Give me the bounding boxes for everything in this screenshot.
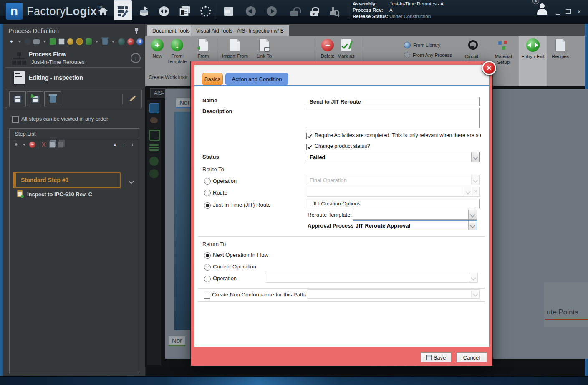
redo-forward-icon[interactable] [265, 5, 278, 18]
home-icon[interactable] [97, 5, 109, 18]
move-all-tool-icon[interactable] [149, 157, 159, 166]
dropdown-button[interactable] [471, 290, 479, 298]
pin-icon[interactable] [134, 28, 139, 34]
dropdown-button[interactable] [471, 152, 479, 162]
tab-visual-aid-tools[interactable]: Visual Aid Tools - AIS- Inspection w/ B [191, 25, 289, 36]
window-maximize-button[interactable] [564, 9, 573, 15]
delete-dropdown-caret[interactable] [111, 41, 115, 43]
route-to-route-radio[interactable] [204, 190, 211, 196]
return-next-operation-radio[interactable] [204, 252, 211, 259]
unlock-icon[interactable] [288, 5, 300, 18]
add-step-caret[interactable] [23, 144, 26, 146]
print-icon[interactable] [33, 39, 40, 44]
add-icon[interactable]: + [8, 38, 15, 45]
dialog-close-button[interactable]: × [482, 61, 496, 75]
return-current-operation-radio[interactable] [204, 264, 211, 271]
paste-icon[interactable] [58, 141, 63, 148]
feeder-setup-icon[interactable] [138, 5, 150, 18]
find-binoculars-icon[interactable] [25, 38, 31, 45]
move-down-icon[interactable]: ↓ [129, 141, 136, 147]
add-dropdown-caret[interactable] [18, 41, 21, 43]
process-designer-icon[interactable] [116, 5, 129, 18]
require-activities-checkbox[interactable] [306, 132, 313, 139]
package-icon[interactable] [86, 38, 92, 45]
print-dropdown-caret[interactable] [43, 41, 46, 43]
save-step-button[interactable] [9, 91, 26, 106]
return-operation-dropdown[interactable] [265, 273, 478, 283]
approval-process-dropdown[interactable]: JIT Reroute Approval [353, 220, 477, 230]
shuffle-process-icon[interactable] [50, 38, 56, 45]
from-any-process-button[interactable]: From Any Process [404, 52, 452, 58]
dropdown-button[interactable] [464, 187, 472, 196]
visual-aid-image[interactable] [174, 112, 194, 330]
any-order-checkbox[interactable] [12, 115, 19, 123]
collapse-down-icon[interactable]: ↓ [131, 53, 141, 63]
material-setup-button[interactable]: Material Setup [490, 38, 517, 65]
sync-icon[interactable] [158, 5, 170, 18]
route-to-jit-radio[interactable] [204, 202, 211, 209]
undo-back-icon[interactable] [245, 5, 257, 18]
copy-icon[interactable] [49, 141, 55, 148]
tab-basics[interactable]: Basics [202, 73, 223, 85]
package-dropdown-caret[interactable] [95, 41, 98, 43]
clear-icon[interactable]: × [472, 187, 479, 196]
step-item-standard-step-1[interactable]: Standard Step #1 [13, 172, 121, 188]
route-route-dropdown[interactable]: × [307, 187, 480, 197]
move-up-icon[interactable]: ↑ [121, 141, 127, 147]
cancel-button[interactable]: Cancel [456, 352, 487, 362]
reroute-template-dropdown[interactable] [353, 210, 477, 220]
viewer-tab-top[interactable]: Nor [176, 98, 193, 108]
window-minimize-button[interactable] [554, 10, 562, 16]
tab-document-tools[interactable]: Document Tools [147, 25, 195, 36]
description-input[interactable] [307, 108, 480, 128]
dropdown-button[interactable] [469, 273, 477, 282]
save-icon[interactable] [222, 5, 235, 18]
remove-step-icon[interactable]: − [29, 142, 35, 148]
tab-action-and-condition[interactable]: Action and Condition [225, 73, 288, 85]
pause-icon[interactable]: ‖ [136, 38, 143, 45]
from-library-button[interactable]: From Library [404, 42, 440, 48]
select-move-tool-icon[interactable] [149, 103, 159, 113]
discard-button[interactable] [44, 91, 61, 106]
nc-pathway-dropdown[interactable] [308, 289, 480, 299]
create-nc-checkbox[interactable] [204, 291, 210, 299]
route-operation-dropdown[interactable]: Final Operation [307, 175, 480, 185]
recipes-button[interactable]: Recipes [547, 38, 574, 59]
gold-gear-icon[interactable] [76, 38, 83, 45]
dropdown-button[interactable] [471, 175, 479, 185]
import-from-button[interactable]: Import From [220, 38, 250, 59]
viewer-tab-bottom[interactable]: Nor [169, 336, 185, 346]
settings-gear-icon[interactable] [199, 5, 212, 18]
zoom-step-icon[interactable]: ⌀ [112, 141, 118, 147]
edit-pencil-button[interactable] [125, 91, 141, 106]
grid-tool-icon[interactable] [149, 130, 160, 141]
inspect-tool-icon[interactable] [328, 5, 341, 18]
delete-process-icon[interactable] [102, 38, 108, 44]
save-as-button[interactable] [27, 91, 43, 106]
dropdown-button[interactable] [468, 210, 477, 219]
eraser-tool-icon[interactable] [150, 117, 158, 123]
stop-icon[interactable]: − [127, 38, 134, 45]
dropdown-button[interactable] [468, 221, 477, 230]
reports-icon[interactable] [179, 5, 191, 18]
name-input[interactable] [307, 97, 480, 106]
save-button[interactable]: Save [421, 352, 451, 362]
align-lines-tool-icon[interactable] [149, 143, 159, 152]
presentation-icon[interactable] [58, 38, 65, 45]
bell-icon[interactable] [67, 38, 73, 45]
link-to-button[interactable]: Link To [252, 38, 276, 59]
add-step-icon[interactable]: + [13, 142, 19, 148]
from-template-button[interactable]: ↓ From Template [164, 38, 190, 64]
mark-as-button[interactable]: Mark as [334, 38, 358, 59]
window-close-button[interactable]: × [575, 8, 583, 15]
step-expand-chevron[interactable] [129, 177, 133, 185]
lock-close-icon[interactable]: × [308, 5, 320, 18]
return-operation-radio[interactable] [204, 276, 211, 282]
from-source-button[interactable]: From [191, 38, 215, 59]
refresh-icon[interactable] [118, 38, 125, 45]
entry-exit-button[interactable]: Entry / Exit [519, 38, 547, 59]
status-dropdown[interactable]: Failed [307, 152, 480, 162]
route-to-operation-radio[interactable] [204, 178, 211, 185]
cut-icon[interactable] [41, 142, 47, 147]
change-product-status-checkbox[interactable] [306, 143, 313, 150]
